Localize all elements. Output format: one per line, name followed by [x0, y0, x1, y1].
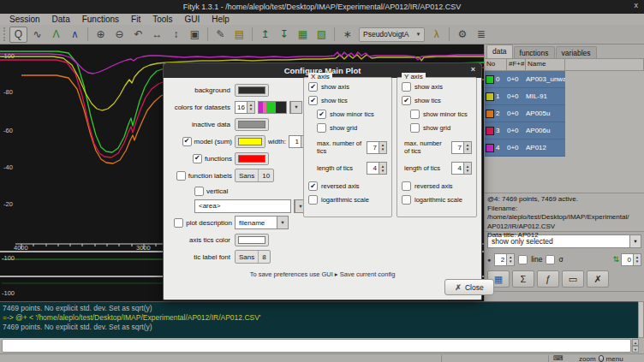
- transform-button[interactable]: ▭: [562, 270, 584, 288]
- console-scrollbar[interactable]: [638, 301, 644, 338]
- axis-tics-color-button[interactable]: [235, 234, 269, 246]
- dataset-table-header: No #F+# Name: [485, 59, 644, 71]
- delete-button[interactable]: ✗: [587, 270, 609, 288]
- chevron-down-icon[interactable]: ▼: [629, 235, 641, 247]
- fit-vertically-icon[interactable]: ↕: [167, 27, 185, 43]
- plot-config-icon[interactable]: ▦: [294, 27, 312, 43]
- save-image-icon[interactable]: ▧: [313, 27, 331, 43]
- column-header-ff[interactable]: #F+#: [507, 59, 526, 70]
- sum-button[interactable]: Σ: [512, 270, 534, 288]
- y-show-axis-checkbox[interactable]: [402, 82, 411, 92]
- label-format-dropdown[interactable]: <area>: [194, 199, 291, 213]
- line-checkbox[interactable]: [518, 255, 528, 264]
- zoom-previous-icon[interactable]: ↶: [129, 27, 147, 43]
- vertical-checkbox[interactable]: [194, 187, 204, 196]
- dataset-color-swatch[interactable]: [486, 144, 494, 152]
- x-logarithmic-checkbox[interactable]: [308, 195, 318, 205]
- auto-add-icon[interactable]: ∗: [338, 27, 356, 43]
- add-peak-icon[interactable]: λ: [427, 27, 445, 43]
- tab-functions[interactable]: functions: [514, 46, 555, 58]
- y-logarithmic-checkbox[interactable]: [402, 195, 411, 205]
- tab-variables[interactable]: variables: [556, 46, 597, 58]
- execute-icon[interactable]: ≣: [472, 27, 490, 43]
- open-session-icon[interactable]: ↥: [256, 27, 274, 43]
- command-history-stepper[interactable]: ▲▼: [632, 339, 639, 353]
- y-show-tics-checkbox[interactable]: [402, 96, 411, 105]
- session-log-icon[interactable]: ▤: [230, 27, 248, 43]
- plot-description-dropdown[interactable]: filename ▼: [235, 216, 289, 229]
- menu-help[interactable]: Help: [206, 14, 236, 25]
- x-tics-length-stepper[interactable]: 4▲▼: [367, 162, 387, 175]
- x-show-tics-checkbox[interactable]: [308, 96, 318, 105]
- plot-description-checkbox[interactable]: [174, 218, 183, 228]
- dataset-colors-stepper[interactable]: 16 ▲▼: [235, 101, 255, 114]
- inactive-data-color-button[interactable]: [235, 118, 269, 131]
- column-header-no[interactable]: No: [485, 59, 507, 70]
- add-peak-mode-icon[interactable]: Λ: [47, 27, 65, 43]
- menu-functions[interactable]: Functions: [76, 14, 125, 25]
- model-sum-checkbox[interactable]: [182, 137, 192, 146]
- point-size-stepper[interactable]: 2 ▲▼: [494, 253, 515, 266]
- table-row[interactable]: 3 0+0 AP006u: [485, 122, 565, 139]
- drag-peak-mode-icon[interactable]: ∧: [66, 27, 84, 43]
- x-show-grid-checkbox[interactable]: [317, 123, 326, 133]
- menu-gui[interactable]: GUI: [179, 14, 206, 25]
- command-input[interactable]: [2, 339, 631, 353]
- zoom-out-icon[interactable]: ⊖: [110, 27, 128, 43]
- inactive-data-color-swatch: [238, 121, 265, 128]
- y-reversed-checkbox[interactable]: [402, 181, 411, 191]
- y-axis-legend: Y axis: [402, 73, 426, 80]
- tab-data[interactable]: data: [486, 45, 513, 58]
- window-close-icon[interactable]: x: [635, 1, 639, 9]
- column-header-name[interactable]: Name: [526, 59, 565, 70]
- dataset-colors-strip[interactable]: [258, 101, 287, 114]
- x-reversed-checkbox[interactable]: [308, 181, 318, 191]
- y-show-grid-checkbox[interactable]: [410, 123, 420, 133]
- output-console[interactable]: 7469 points. No explicit std. dev. Set a…: [0, 301, 638, 338]
- functions-color-button[interactable]: [235, 152, 269, 165]
- functions-checkbox[interactable]: [193, 154, 202, 163]
- dataset-colors-dropdown[interactable]: ▼: [289, 101, 302, 114]
- table-row[interactable]: 0 0+0 AP003_unwa...: [485, 71, 565, 88]
- dialog-close-icon[interactable]: ×: [471, 65, 475, 74]
- table-row[interactable]: 2 0+0 AP005u: [485, 105, 565, 122]
- menu-fit[interactable]: Fit: [125, 14, 146, 25]
- function-labels-checkbox[interactable]: [176, 171, 186, 181]
- function-labels-font-button[interactable]: Sans 10: [235, 169, 274, 182]
- model-color-button[interactable]: [235, 135, 265, 148]
- menu-tools[interactable]: Tools: [146, 14, 178, 25]
- tic-label-font-button[interactable]: Sans 8: [235, 250, 271, 264]
- menu-session[interactable]: Session: [3, 14, 46, 25]
- dataset-color-swatch[interactable]: [486, 127, 494, 135]
- dataset-ff: 0+0: [507, 110, 526, 117]
- functions-export-button[interactable]: ƒ: [537, 270, 559, 288]
- data-range-mode-icon[interactable]: ∿: [28, 27, 46, 43]
- dataset-color-swatch[interactable]: [486, 110, 494, 118]
- x-show-axis-checkbox[interactable]: [308, 82, 318, 92]
- y-tics-length-stepper[interactable]: 4▲▼: [451, 162, 472, 175]
- dataset-color-swatch[interactable]: [486, 75, 494, 84]
- y-show-minor-tics-label: show minor tics: [423, 110, 468, 118]
- define-function-icon[interactable]: ⚙: [453, 27, 471, 43]
- fit-horizontally-icon[interactable]: ↔: [148, 27, 166, 43]
- sigma-checkbox[interactable]: [546, 255, 555, 264]
- close-button[interactable]: ✗ Close: [444, 279, 494, 295]
- edit-script-icon[interactable]: ✎: [212, 27, 230, 43]
- peak-type-dropdown[interactable]: PseudoVoigtA ▼: [359, 27, 425, 42]
- background-color-button[interactable]: [235, 84, 269, 97]
- x-show-minor-tics-checkbox[interactable]: [317, 110, 326, 119]
- zoom-mode-icon[interactable]: Q: [9, 27, 27, 43]
- y-max-tics-stepper[interactable]: 7▲▼: [451, 141, 472, 154]
- zoom-all-icon[interactable]: ▣: [186, 27, 204, 43]
- y-show-minor-tics-checkbox[interactable]: [410, 110, 420, 119]
- menu-data[interactable]: Data: [46, 14, 76, 25]
- show-filter-dropdown[interactable]: show only selected ▼: [487, 234, 641, 248]
- table-row[interactable]: 1 0+0 MIL-91: [485, 88, 565, 105]
- x-max-tics-stepper[interactable]: 7▲▼: [367, 141, 387, 154]
- table-row[interactable]: 4 0+0 AP012: [485, 139, 565, 157]
- save-session-icon[interactable]: ↧: [275, 27, 293, 43]
- zoom-in-icon[interactable]: ⊕: [92, 27, 110, 43]
- y-shift-stepper[interactable]: 0 ▲▼: [621, 253, 641, 266]
- dataset-color-swatch[interactable]: [486, 92, 494, 101]
- point-size-icon: ●: [487, 257, 491, 263]
